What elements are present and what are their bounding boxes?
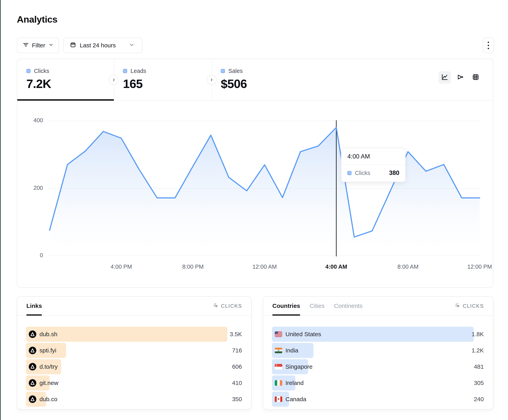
countries-panel-header: Countries Cities Continents CLICKS — [263, 297, 493, 316]
tab-continents[interactable]: Continents — [334, 297, 362, 315]
stat-tab-sales[interactable]: Sales $506 — [212, 59, 309, 101]
country-row[interactable]: Singapore481 — [272, 359, 484, 374]
page-title: Analytics — [17, 14, 57, 25]
date-range-label: Last 24 hours — [80, 42, 116, 49]
row-label: Ireland — [285, 380, 304, 386]
chevron-down-icon — [129, 42, 134, 49]
link-row[interactable]: git.new410 — [26, 376, 242, 391]
stat-value: $506 — [221, 77, 309, 91]
row-label: git.new — [39, 380, 58, 386]
chart-tooltip: 4:00 AM Clicks 380 — [341, 148, 406, 182]
row-value: 716 — [232, 347, 242, 354]
dub-logo-icon — [29, 347, 36, 354]
tab-links[interactable]: Links — [26, 297, 42, 315]
country-row[interactable]: India1.2K — [272, 343, 484, 358]
dub-logo-icon — [29, 363, 36, 370]
row-value: 240 — [474, 396, 484, 403]
links-metric-header[interactable]: CLICKS — [213, 297, 242, 315]
more-options-button[interactable] — [483, 38, 494, 53]
cursor-click-icon — [455, 303, 460, 310]
row-label: India — [285, 347, 298, 354]
y-axis-tick-label: 400 — [17, 117, 43, 124]
row-value: 481 — [474, 363, 484, 370]
link-row[interactable]: dub.sh3.5K — [26, 327, 242, 342]
flag-sg-icon — [275, 364, 282, 369]
countries-metric-header[interactable]: CLICKS — [455, 297, 484, 315]
filter-lines-icon — [23, 42, 29, 49]
country-row[interactable]: Canada240 — [272, 392, 484, 407]
date-range-button[interactable]: Last 24 hours — [63, 38, 142, 53]
row-label: dub.sh — [39, 331, 57, 338]
dub-logo-icon — [29, 379, 36, 387]
stat-value: 165 — [123, 77, 212, 91]
area-fill — [50, 127, 480, 256]
flag-ie-icon — [275, 380, 282, 386]
expand-leads-button[interactable] — [207, 75, 217, 85]
tooltip-series-label: Clicks — [355, 170, 370, 176]
y-axis-tick-label: 200 — [17, 185, 43, 191]
row-label: spti.fyi — [39, 347, 56, 354]
row-label: dub.co — [39, 396, 57, 403]
area-chart-canvas[interactable] — [48, 110, 481, 256]
tooltip-legend-square — [347, 171, 351, 175]
row-label: Canada — [285, 396, 306, 403]
row-value: 1.8K — [471, 331, 484, 338]
stats-row: Clicks 7.2K Leads 165 Sales $506 — [17, 59, 493, 101]
active-stat-underline — [17, 99, 114, 101]
tooltip-time: 4:00 AM — [341, 148, 405, 165]
table-view-button[interactable] — [470, 71, 482, 84]
x-axis-tick-label: 8:00 PM — [182, 263, 204, 270]
clicks-legend-square — [26, 69, 30, 73]
country-row[interactable]: United States1.8K — [272, 327, 484, 342]
stat-tab-clicks[interactable]: Clicks 7.2K — [17, 59, 114, 101]
countries-panel: Countries Cities Continents CLICKS Unite… — [263, 296, 493, 410]
table-grid-icon — [472, 73, 480, 82]
x-axis-tick-label: 4:00 AM — [325, 263, 347, 270]
row-value: 606 — [232, 363, 242, 370]
row-value: 410 — [232, 380, 242, 386]
row-label: d.to/try — [39, 363, 58, 370]
stat-label: Clicks — [34, 68, 49, 74]
funnel-chart-icon — [456, 73, 464, 82]
row-value: 350 — [232, 396, 242, 403]
flag-in-icon — [275, 348, 282, 353]
cursor-click-icon — [213, 303, 218, 310]
row-label: Singapore — [285, 363, 313, 370]
x-axis-tick-label: 8:00 AM — [397, 263, 418, 270]
stat-label: Leads — [131, 68, 146, 74]
filter-button[interactable]: Filter — [17, 38, 59, 53]
line-chart-view-button[interactable] — [439, 71, 451, 84]
row-value: 3.5K — [230, 331, 242, 338]
sales-legend-square — [221, 69, 225, 73]
chevron-down-icon — [48, 42, 53, 49]
country-row[interactable]: Ireland305 — [272, 376, 484, 391]
chart-type-toolbar — [439, 71, 482, 84]
flag-us-icon — [275, 332, 282, 337]
link-row[interactable]: spti.fyi716 — [26, 343, 242, 358]
filter-button-label: Filter — [32, 42, 45, 49]
row-value: 1.2K — [471, 347, 484, 354]
tooltip-value: 380 — [389, 169, 399, 176]
link-row[interactable]: d.to/try606 — [26, 359, 242, 374]
line-chart-icon — [441, 73, 449, 82]
dub-logo-icon — [29, 330, 36, 338]
stat-tab-leads[interactable]: Leads 165 — [114, 59, 212, 101]
clicks-chart[interactable]: 0200400 4:00 PM8:00 PM12:00 AM4:00 AM8:0… — [17, 101, 493, 288]
links-panel-header: Links CLICKS — [17, 297, 251, 316]
kebab-menu-icon — [486, 41, 491, 50]
metric-label: CLICKS — [463, 303, 484, 309]
expand-clicks-button[interactable] — [109, 75, 119, 85]
tab-countries[interactable]: Countries — [272, 297, 300, 315]
x-axis-tick-label: 4:00 PM — [111, 263, 132, 270]
row-label: United States — [285, 331, 321, 338]
calendar-icon — [70, 42, 76, 49]
stat-label: Sales — [228, 68, 243, 74]
y-axis-tick-label: 0 — [17, 252, 43, 259]
link-row[interactable]: dub.co350 — [26, 392, 242, 407]
x-axis-tick-label: 12:00 AM — [253, 263, 277, 270]
x-axis-tick-label: 12:00 PM — [467, 263, 492, 270]
funnel-view-button[interactable] — [454, 71, 466, 84]
leads-legend-square — [123, 69, 127, 73]
analytics-card: Clicks 7.2K Leads 165 Sales $506 — [17, 59, 493, 288]
tab-cities[interactable]: Cities — [310, 297, 325, 315]
